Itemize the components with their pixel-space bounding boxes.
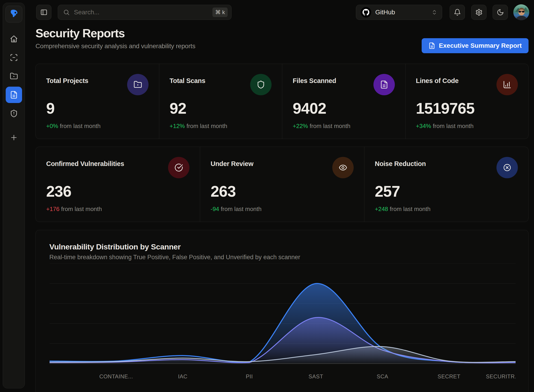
- stat-card-noise-reduction: Noise Reduction 257 +248 from last month: [364, 147, 528, 222]
- stat-label: Files Scanned: [293, 74, 336, 84]
- stat-label: Under Review: [211, 157, 253, 168]
- x-circle-icon: [497, 157, 518, 178]
- folder-icon: [10, 72, 18, 80]
- executive-summary-report-button[interactable]: Executive Summary Report: [422, 38, 529, 53]
- stat-delta: -94 from last month: [211, 205, 354, 213]
- stats-row-1: Total Projects 9 +0% from last month Tot…: [35, 64, 529, 139]
- stat-value: 236: [46, 182, 189, 200]
- chart-subtitle: Real-time breakdown showing True Positiv…: [49, 254, 300, 261]
- stat-delta: +22% from last month: [293, 122, 395, 130]
- stat-label: Confirmed Vulnerabilities: [46, 157, 124, 168]
- axis-label: SAST: [309, 373, 323, 380]
- sidebar-item-scans[interactable]: [6, 49, 22, 66]
- page-subtitle: Comprehensive security analysis and vuln…: [35, 42, 195, 50]
- sidebar-item-reports[interactable]: [6, 87, 22, 103]
- eagle-logo-icon: [9, 9, 19, 19]
- stat-value: 263: [211, 182, 354, 200]
- home-icon: [10, 35, 18, 43]
- stat-card-total-projects: Total Projects 9 +0% from last month: [36, 64, 159, 139]
- axis-label: IAC: [178, 373, 188, 380]
- axis-label: PII: [246, 373, 253, 380]
- stat-value: 9: [46, 99, 149, 117]
- cta-label: Executive Summary Report: [439, 42, 522, 49]
- stat-delta: +12% from last month: [170, 122, 272, 130]
- app-logo[interactable]: [5, 6, 22, 23]
- sidebar-item-projects[interactable]: [6, 68, 22, 84]
- folder-icon: [127, 74, 149, 95]
- file-text-icon: [428, 42, 435, 49]
- page-title: Security Reports: [35, 27, 195, 40]
- stat-label: Noise Reduction: [375, 157, 426, 168]
- plus-icon: [10, 133, 18, 142]
- stat-value: 92: [170, 99, 272, 117]
- main-content: Security Reports Comprehensive security …: [35, 0, 529, 392]
- area-chart-plot: [50, 264, 515, 369]
- stat-value: 9402: [293, 99, 395, 117]
- sidebar-item-security[interactable]: [6, 105, 22, 122]
- stats-row-2: Confirmed Vulnerabilities 236 +176 from …: [35, 147, 529, 222]
- stat-card-lines-of-code: Lines of Code 1519765 +34% from last mon…: [405, 64, 529, 139]
- axis-label: SECURITR...: [486, 373, 515, 380]
- stat-label: Lines of Code: [416, 74, 459, 84]
- x-axis-labels: CONTAINE...IACPIISASTSCASECRETSECURITR..…: [50, 373, 515, 383]
- axis-label: SCA: [377, 373, 388, 380]
- stat-value: 1519765: [416, 99, 518, 117]
- shield-alert-icon: [10, 109, 18, 117]
- shield-icon: [250, 74, 272, 95]
- check-circle-icon: [168, 157, 189, 178]
- stat-delta: +0% from last month: [46, 122, 149, 130]
- eye-icon: [332, 157, 354, 178]
- sidebar-item-home[interactable]: [6, 31, 22, 47]
- file-text-icon: [373, 74, 395, 95]
- stat-delta: +34% from last month: [416, 122, 518, 130]
- vulnerability-distribution-chart-card: Vulnerability Distribution by Scanner Re…: [35, 230, 529, 392]
- stat-label: Total Scans: [170, 74, 205, 84]
- bar-chart-icon: [497, 74, 518, 95]
- stat-card-files-scanned: Files Scanned 9402 +22% from last month: [282, 64, 405, 139]
- stat-card-total-scans: Total Scans 92 +12% from last month: [159, 64, 282, 139]
- chart-title: Vulnerability Distribution by Scanner: [49, 242, 181, 251]
- sidebar: [3, 3, 25, 388]
- scan-icon: [10, 53, 18, 62]
- stat-card-confirmed-vulnerabilities: Confirmed Vulnerabilities 236 +176 from …: [36, 147, 200, 222]
- file-text-icon: [10, 91, 18, 99]
- axis-label: CONTAINE...: [99, 373, 133, 380]
- stat-label: Total Projects: [46, 74, 88, 84]
- stat-delta: +176 from last month: [46, 205, 189, 213]
- stat-card-under-review: Under Review 263 -94 from last month: [200, 147, 364, 222]
- sidebar-item-add[interactable]: [6, 129, 22, 146]
- axis-label: SECRET: [438, 373, 460, 380]
- stat-delta: +248 from last month: [375, 205, 518, 213]
- stat-value: 257: [375, 182, 518, 200]
- page-header: Security Reports Comprehensive security …: [35, 27, 529, 53]
- sidebar-nav: [6, 31, 22, 146]
